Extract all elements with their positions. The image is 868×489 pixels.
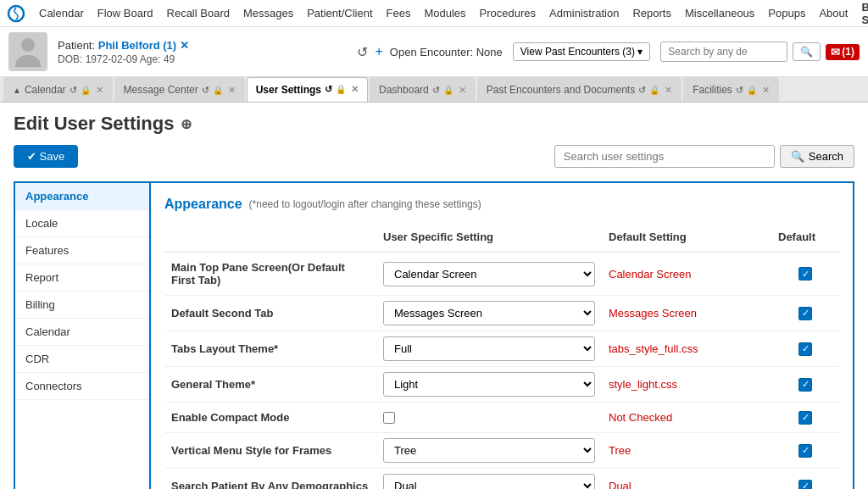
row0-select[interactable]: Calendar Screen Messages Screen Dashboar… xyxy=(383,262,595,286)
row0-check[interactable]: ✓ xyxy=(771,253,839,296)
row5-control[interactable]: Tree Accordion Flat xyxy=(376,433,602,469)
row0-checkbox[interactable]: ✓ xyxy=(798,267,812,281)
nav-recallboard[interactable]: Recall Board xyxy=(160,0,236,27)
row2-checkbox[interactable]: ✓ xyxy=(798,342,812,356)
sidebar-item-appearance[interactable]: Appearance xyxy=(15,183,149,210)
nav-popups[interactable]: Popups xyxy=(761,0,812,27)
main-content: Edit User Settings ⊕ ✔ Save 🔍 Search App… xyxy=(0,103,868,489)
app-logo[interactable] xyxy=(7,4,25,23)
nav-administration[interactable]: Administration xyxy=(542,0,626,27)
nav-flowboard[interactable]: Flow Board xyxy=(91,0,160,27)
mail-badge[interactable]: ✉ (1) xyxy=(826,44,860,60)
row3-checkbox[interactable]: ✓ xyxy=(798,378,812,392)
tab-dash-close-icon[interactable]: ✕ xyxy=(459,85,466,96)
tab-mc-refresh-icon[interactable]: ↺ xyxy=(202,85,209,96)
tab-dash-refresh-icon[interactable]: ↺ xyxy=(432,85,440,96)
view-past-encounters-btn[interactable]: View Past Encounters (3) ▾ xyxy=(513,42,651,61)
tab-dashboard[interactable]: Dashboard ↺ 🔒 ✕ xyxy=(370,77,476,103)
row6-select[interactable]: Dual Single None xyxy=(383,474,595,489)
nav-messages[interactable]: Messages xyxy=(236,0,300,27)
row5-checkbox[interactable]: ✓ xyxy=(798,444,812,458)
tab-message-center[interactable]: Message Center ↺ 🔒 ✕ xyxy=(114,77,245,103)
nav-procedures[interactable]: Procedures xyxy=(473,0,542,27)
settings-grid: User Specific Setting Default Setting De… xyxy=(164,225,839,489)
tab-us-lock-icon[interactable]: 🔒 xyxy=(336,85,346,94)
tab-calendar-label: Calendar xyxy=(25,84,66,96)
nav-miscellaneous[interactable]: Miscellaneous xyxy=(678,0,761,27)
row4-control[interactable] xyxy=(376,403,602,433)
nav-about[interactable]: About xyxy=(812,0,854,27)
tab-mc-lock-icon[interactable]: 🔒 xyxy=(213,86,223,95)
row1-checkbox[interactable]: ✓ xyxy=(798,307,812,320)
row2-check[interactable]: ✓ xyxy=(771,331,839,367)
tab-dash-lock-icon[interactable]: 🔒 xyxy=(443,86,453,95)
row2-label: Tabs Layout Theme* xyxy=(164,331,376,367)
row5-select[interactable]: Tree Accordion Flat xyxy=(383,438,595,463)
row5-check[interactable]: ✓ xyxy=(771,433,839,469)
search-any-input[interactable] xyxy=(660,42,787,62)
sidebar-item-cdr[interactable]: CDR xyxy=(15,346,149,373)
sidebar-item-report[interactable]: Report xyxy=(15,264,149,292)
tab-calendar[interactable]: ▲ Calendar ↺ 🔒 ✕ xyxy=(3,77,113,103)
encounter-history-icon[interactable]: ↺ xyxy=(357,44,368,60)
section-title: Appearance (*need to logout/login after … xyxy=(164,197,839,212)
patient-bar: Patient: Phil Belford (1) ✕ DOB: 1972-02… xyxy=(0,27,868,77)
row3-check[interactable]: ✓ xyxy=(771,367,839,403)
row2-select[interactable]: Full Compact Classic xyxy=(383,336,595,361)
row2-control[interactable]: Full Compact Classic xyxy=(376,331,602,367)
row0-label: Main Top Pane Screen(Or Default First Ta… xyxy=(164,253,376,296)
nav-calendar[interactable]: Calendar xyxy=(32,0,91,27)
row6-check[interactable]: ✓ xyxy=(771,469,839,489)
tab-mc-close-icon[interactable]: ✕ xyxy=(228,85,236,96)
sidebar-item-locale[interactable]: Locale xyxy=(15,210,149,237)
row1-select[interactable]: Messages Screen Calendar Screen Dashboar… xyxy=(383,301,595,325)
row1-control[interactable]: Messages Screen Calendar Screen Dashboar… xyxy=(376,296,602,331)
search-settings-button[interactable]: 🔍 Search xyxy=(780,145,854,168)
page-title-icon[interactable]: ⊕ xyxy=(181,116,192,132)
tab-fac-refresh-icon[interactable]: ↺ xyxy=(736,85,743,96)
tab-pe-refresh-icon[interactable]: ↺ xyxy=(638,85,646,96)
search-settings-row: 🔍 Search xyxy=(554,145,854,168)
row3-control[interactable]: Light Dark Blue xyxy=(376,367,602,403)
row6-control[interactable]: Dual Single None xyxy=(376,469,602,489)
save-button[interactable]: ✔ Save xyxy=(14,145,78,168)
nav-modules[interactable]: Modules xyxy=(417,0,472,27)
row4-check[interactable]: ✓ xyxy=(771,403,839,433)
tab-refresh-icon[interactable]: ↺ xyxy=(70,85,77,96)
row4-checkbox[interactable]: ✓ xyxy=(798,411,812,425)
tab-facilities[interactable]: Facilities ↺ 🔒 ✕ xyxy=(683,77,779,103)
sidebar-item-calendar[interactable]: Calendar xyxy=(15,319,149,346)
tab-fac-close-icon[interactable]: ✕ xyxy=(762,85,770,96)
grid-header-label xyxy=(164,225,376,253)
tab-us-refresh-icon[interactable]: ↺ xyxy=(325,84,332,95)
row3-select[interactable]: Light Dark Blue xyxy=(383,372,595,397)
tab-lock-icon[interactable]: 🔒 xyxy=(81,86,91,95)
sidebar-item-billing[interactable]: Billing xyxy=(15,292,149,319)
tab-message-center-label: Message Center xyxy=(124,84,198,96)
row6-checkbox[interactable]: ✓ xyxy=(798,480,812,490)
patient-name-link[interactable]: Phil Belford (1) ✕ xyxy=(98,39,189,52)
tab-close-icon[interactable]: ✕ xyxy=(96,85,103,96)
row0-control[interactable]: Calendar Screen Messages Screen Dashboar… xyxy=(376,253,602,296)
tab-past-encounters[interactable]: Past Encounters and Documents ↺ 🔒 ✕ xyxy=(477,77,682,103)
add-encounter-icon[interactable]: + xyxy=(375,44,382,59)
nav-fees[interactable]: Fees xyxy=(380,0,418,27)
sidebar-item-features[interactable]: Features xyxy=(15,237,149,264)
row6-default-val: Dual xyxy=(602,469,771,489)
tab-pe-close-icon[interactable]: ✕ xyxy=(665,85,672,96)
row4-checkbox-input[interactable] xyxy=(383,412,395,424)
tab-user-settings[interactable]: User Settings ↺ 🔒 ✕ xyxy=(247,77,368,103)
row0-default-val: Calendar Screen xyxy=(602,253,771,296)
row1-check[interactable]: ✓ xyxy=(771,296,839,331)
section-note: (*need to logout/login after changing th… xyxy=(249,198,481,210)
search-settings-input[interactable] xyxy=(554,145,775,168)
nav-patientclient[interactable]: Patient/Client xyxy=(300,0,379,27)
search-any-btn[interactable]: 🔍 xyxy=(793,42,821,61)
row6-label: Search Patient By Any Demographics xyxy=(164,469,376,489)
tab-pe-lock-icon[interactable]: 🔒 xyxy=(649,86,659,95)
nav-user[interactable]: Billy Smith xyxy=(854,1,868,26)
tab-us-close-icon[interactable]: ✕ xyxy=(351,84,359,95)
tab-fac-lock-icon[interactable]: 🔒 xyxy=(747,86,757,95)
sidebar-item-connectors[interactable]: Connectors xyxy=(15,373,149,400)
nav-reports[interactable]: Reports xyxy=(626,0,678,27)
